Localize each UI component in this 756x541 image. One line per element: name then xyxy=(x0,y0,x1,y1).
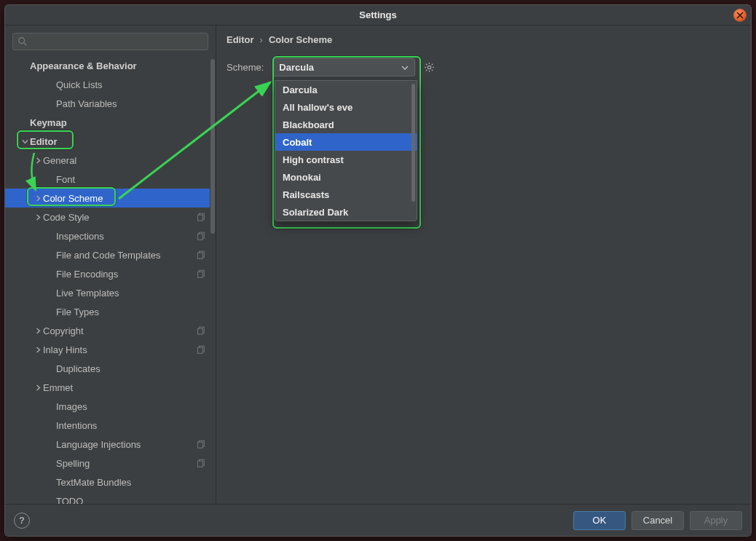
svg-rect-11 xyxy=(198,328,203,334)
scheme-dropdown[interactable]: DarculaAll hallow's eveBlackboardCobaltH… xyxy=(275,80,417,221)
tree-item[interactable]: File and Code Templates xyxy=(5,245,216,264)
tree-item[interactable]: Spelling xyxy=(5,454,216,473)
scope-icon xyxy=(197,459,205,467)
tree-arrow-icon xyxy=(33,384,43,391)
dropdown-scrollbar[interactable] xyxy=(412,84,415,202)
tree-item-label: Live Templates xyxy=(56,288,119,299)
tree-item-label: General xyxy=(43,155,76,166)
svg-rect-3 xyxy=(198,215,203,221)
tree-item[interactable]: Images xyxy=(5,397,216,416)
scope-icon xyxy=(197,232,205,240)
scheme-option[interactable]: All hallow's eve xyxy=(275,98,417,116)
search-icon xyxy=(17,36,28,47)
svg-line-25 xyxy=(432,64,433,66)
tree-item[interactable]: File Encodings xyxy=(5,264,216,283)
tree-item[interactable]: Live Templates xyxy=(5,283,216,302)
sidebar-scrollbar[interactable] xyxy=(210,55,216,504)
scheme-option-label: Cobalt xyxy=(283,137,312,148)
svg-rect-13 xyxy=(198,347,203,353)
tree-item[interactable]: Inlay Hints xyxy=(5,340,216,359)
tree-item-label: Images xyxy=(56,401,87,412)
scheme-row: Scheme: Darcula xyxy=(216,51,751,84)
scheme-option-label: Monokai xyxy=(283,172,321,183)
sidebar-scrollbar-thumb[interactable] xyxy=(210,59,215,234)
scope-icon xyxy=(197,213,205,221)
tree-item-label: Copyright xyxy=(43,325,84,336)
scheme-option[interactable]: Monokai xyxy=(275,168,417,186)
svg-rect-5 xyxy=(198,234,203,240)
tree-item[interactable]: Copyright xyxy=(5,321,216,340)
scheme-option[interactable]: Darcula xyxy=(275,81,417,98)
tree-item-label: Color Scheme xyxy=(43,193,103,204)
tree-arrow-icon xyxy=(33,195,43,202)
tree-item[interactable]: Intentions xyxy=(5,416,216,435)
scheme-option-label: Blackboard xyxy=(283,119,334,130)
svg-line-26 xyxy=(426,70,428,71)
tree-item[interactable]: File Types xyxy=(5,302,216,321)
scheme-option[interactable]: Railscasts xyxy=(275,186,417,203)
tree-item[interactable]: Language Injections xyxy=(5,435,216,454)
tree-item-label: Spelling xyxy=(56,458,90,469)
tree-item[interactable]: General xyxy=(5,151,216,170)
tree-item[interactable]: Color Scheme xyxy=(5,189,216,208)
tree-item[interactable]: Emmet xyxy=(5,378,216,397)
settings-tree[interactable]: Appearance & BehaviorQuick ListsPath Var… xyxy=(5,55,216,504)
tree-arrow-icon xyxy=(33,328,43,334)
tree-arrow-icon xyxy=(33,214,43,221)
tree-item-label: Font xyxy=(56,174,75,185)
tree-item-label: TODO xyxy=(56,496,83,505)
tree-item-label: Duplicates xyxy=(56,363,101,374)
scope-icon xyxy=(197,269,205,278)
scheme-option-label: Solarized Dark xyxy=(283,207,348,218)
tree-item-label: Intentions xyxy=(56,420,97,431)
chevron-down-icon xyxy=(401,64,409,71)
tree-item[interactable]: Inspections xyxy=(5,226,216,245)
tree-item-label: Code Style xyxy=(43,212,90,223)
tree-arrow-icon xyxy=(33,157,43,164)
tree-item-label: Emmet xyxy=(43,382,73,393)
scope-icon xyxy=(197,250,205,259)
scheme-option[interactable]: Cobalt xyxy=(275,133,417,151)
breadcrumb-current: Color Scheme xyxy=(269,34,332,45)
tree-item-label: Quick Lists xyxy=(56,79,103,90)
scheme-label: Scheme: xyxy=(227,62,264,73)
apply-button[interactable]: Apply xyxy=(690,511,742,530)
tree-item[interactable]: Appearance & Behavior xyxy=(5,56,216,75)
svg-line-23 xyxy=(426,64,428,66)
scope-icon xyxy=(197,345,205,354)
tree-item[interactable]: Font xyxy=(5,170,216,189)
main-panel: Editor › Color Scheme Scheme: Darcula Da… xyxy=(216,25,751,504)
tree-item[interactable]: Quick Lists xyxy=(5,75,216,94)
breadcrumb-parent[interactable]: Editor xyxy=(227,34,254,45)
dialog-footer: ? OK Cancel Apply xyxy=(5,504,751,536)
cancel-button[interactable]: Cancel xyxy=(631,511,684,530)
sidebar-search-input[interactable] xyxy=(31,36,203,47)
help-button[interactable]: ? xyxy=(14,513,30,529)
tree-item[interactable]: Duplicates xyxy=(5,359,216,378)
sidebar-search[interactable] xyxy=(12,33,208,50)
scheme-settings-button[interactable] xyxy=(424,62,435,73)
scheme-option-label: All hallow's eve xyxy=(283,102,353,113)
scheme-option[interactable]: Solarized Dark xyxy=(275,203,417,221)
scheme-option-label: High contrast xyxy=(283,154,344,165)
tree-item-label: Inlay Hints xyxy=(43,344,87,355)
settings-window: Settings Appearance & BehaviorQuick List… xyxy=(4,4,752,537)
close-button[interactable] xyxy=(733,9,747,22)
tree-item[interactable]: Editor xyxy=(5,132,216,151)
scheme-option[interactable]: High contrast xyxy=(275,151,417,168)
tree-item-label: File Types xyxy=(56,307,99,317)
chevron-right-icon: › xyxy=(260,34,263,45)
tree-item[interactable]: TODO xyxy=(5,491,216,504)
tree-item[interactable]: Path Variables xyxy=(5,94,216,113)
dialog-body: Appearance & BehaviorQuick ListsPath Var… xyxy=(5,25,751,504)
scheme-select[interactable]: Darcula xyxy=(272,58,415,76)
svg-rect-9 xyxy=(198,272,203,277)
ok-button[interactable]: OK xyxy=(573,511,626,530)
scheme-option-label: Darcula xyxy=(283,84,318,95)
tree-item[interactable]: TextMate Bundles xyxy=(5,473,216,491)
scheme-selected-value: Darcula xyxy=(279,62,314,73)
tree-item[interactable]: Keymap xyxy=(5,113,216,132)
scheme-option[interactable]: Blackboard xyxy=(275,116,417,133)
tree-item[interactable]: Code Style xyxy=(5,208,216,226)
tree-item-label: Keymap xyxy=(30,117,67,128)
